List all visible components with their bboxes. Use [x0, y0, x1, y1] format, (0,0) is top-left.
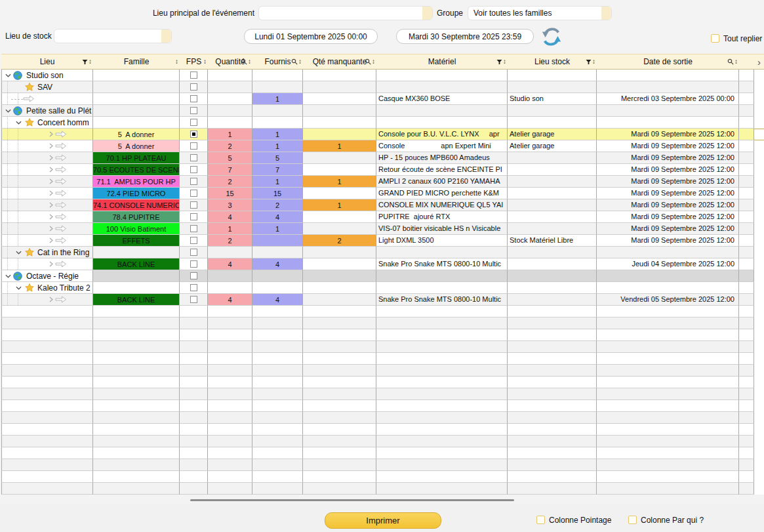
table-row[interactable]	[1, 471, 764, 483]
table-row[interactable]: 1Casque MX360 BOSEStudio sonMercredi 03 …	[1, 93, 764, 105]
table-row[interactable]	[1, 483, 764, 495]
chevron-right-icon[interactable]	[49, 167, 53, 173]
chevron-right-icon[interactable]	[49, 202, 53, 208]
fps-checkbox[interactable]	[190, 201, 197, 209]
fps-checkbox[interactable]	[190, 178, 197, 185]
table-row[interactable]: BACK LINE44Snake Pro Snake MTS 0800-10 M…	[1, 258, 764, 270]
chevron-right-icon[interactable]	[49, 237, 53, 243]
column-header-Lieu[interactable]: Lieu↕	[1, 54, 93, 69]
sort-icon[interactable]: ↕	[372, 58, 375, 65]
lieu-principal-input[interactable]	[263, 7, 420, 20]
table-row[interactable]: Kaleo Tribute 2	[1, 282, 764, 294]
scroll-right-arrow[interactable]: ›	[754, 54, 764, 69]
colonne-parqui-checkbox[interactable]	[628, 516, 637, 524]
sort-icon[interactable]: ↕	[248, 58, 251, 65]
table-row[interactable]: Petite salle du Plét	[1, 105, 764, 117]
chevron-right-icon[interactable]	[49, 131, 53, 137]
lieu-stock-input[interactable]	[58, 30, 159, 43]
fps-checkbox[interactable]	[190, 284, 197, 291]
column-header-extra[interactable]	[739, 54, 754, 69]
sort-icon[interactable]: ↕	[203, 58, 207, 65]
chevron-right-icon[interactable]	[49, 261, 53, 267]
groupe-combo[interactable]: Voir toutes les familles	[468, 6, 612, 20]
table-row[interactable]	[1, 412, 764, 424]
chevron-down-icon[interactable]	[5, 274, 11, 279]
fps-checkbox[interactable]	[190, 260, 197, 268]
table-row[interactable]: 70.5 ECOUTES DE SCENE77Retour écoute de …	[1, 164, 764, 176]
table-row[interactable]	[1, 436, 764, 447]
table-row[interactable]: EFFETS22Light DXML 3500Stock Matériel Li…	[1, 235, 764, 247]
chevron-down-icon[interactable]	[5, 108, 11, 113]
table-row[interactable]: 5 A donner11Console pour B.U. V.L.C. LYN…	[1, 129, 764, 140]
table-row[interactable]: 70.1 HP PLATEAU55HP - 15 pouces MPB600 A…	[1, 152, 764, 164]
fps-checkbox[interactable]	[190, 237, 197, 244]
table-row[interactable]: BACK LINE44Snake Pro Snake MTS 0800-10 M…	[1, 294, 764, 306]
table-row[interactable]	[1, 317, 764, 329]
chevron-down-icon[interactable]	[16, 250, 22, 255]
column-header-Quantité[interactable]: Quantité↕	[208, 54, 252, 69]
table-row[interactable]: Octave - Régie	[1, 270, 764, 282]
table-row[interactable]	[1, 306, 764, 317]
table-row[interactable]: 74.1 CONSOLE NUMERIC321CONSOLE MIX NUMER…	[1, 199, 764, 211]
column-header-FPS[interactable]: FPS↕	[180, 54, 208, 69]
chevron-right-icon[interactable]	[49, 214, 53, 220]
fps-checkbox[interactable]	[190, 95, 197, 102]
colonne-pointage-checkbox[interactable]	[536, 516, 545, 524]
column-header-Date de sortie[interactable]: Date de sortie↕	[597, 54, 739, 69]
fps-checkbox[interactable]	[190, 142, 197, 150]
table-row[interactable]	[1, 341, 764, 353]
column-header-Matériel[interactable]: Matériel↕	[376, 54, 508, 69]
column-header-Famille[interactable]: Famille↕	[93, 54, 180, 69]
table-row[interactable]	[1, 447, 764, 459]
horizontal-scrollbar[interactable]	[190, 499, 514, 501]
chevron-right-icon[interactable]	[49, 143, 53, 149]
chevron-right-icon[interactable]	[49, 155, 53, 161]
fps-checkbox[interactable]	[190, 249, 197, 256]
print-button[interactable]: Imprimer	[325, 512, 441, 529]
table-row[interactable]	[1, 377, 764, 388]
refresh-icon[interactable]	[540, 26, 563, 51]
table-row[interactable]	[1, 459, 764, 471]
table-row[interactable]	[1, 424, 764, 436]
fps-checkbox[interactable]	[190, 83, 197, 91]
column-header-Fournis[interactable]: Fournis↕	[252, 54, 303, 69]
sort-icon[interactable]: ↕	[89, 58, 92, 65]
table-row[interactable]: 71.1 AMPLIS POUR HP211AMPLI 2 canaux 600…	[1, 176, 764, 188]
chevron-right-icon[interactable]	[49, 226, 53, 232]
chevron-right-icon[interactable]	[49, 190, 53, 196]
fps-checkbox[interactable]	[190, 131, 197, 138]
table-row[interactable]: SAV	[1, 81, 764, 93]
fps-checkbox[interactable]	[190, 213, 197, 220]
date-end-button[interactable]: Mardi 30 Septembre 2025 23:59	[396, 29, 534, 44]
sort-icon[interactable]: ↕	[503, 58, 506, 65]
fps-checkbox[interactable]	[190, 154, 197, 161]
sort-icon[interactable]: ↕	[175, 58, 178, 65]
column-header-Qté manquante[interactable]: Qté manquante↕	[303, 54, 376, 69]
table-row[interactable]	[1, 353, 764, 365]
table-row[interactable]: 72.4 PIED MICRO1515GRAND PIED MICRO perc…	[1, 188, 764, 199]
table-row[interactable]: Concert homm	[1, 117, 764, 129]
chevron-down-icon[interactable]	[5, 73, 11, 78]
fps-checkbox[interactable]	[190, 190, 197, 197]
table-row[interactable]	[1, 365, 764, 377]
chevron-right-icon[interactable]	[49, 178, 53, 184]
chevron-down-icon[interactable]	[16, 120, 22, 125]
fps-checkbox[interactable]	[190, 272, 197, 279]
table-row[interactable]: Studio son	[1, 70, 764, 81]
table-row[interactable]: 100 Visio Batiment11VIS-07 boitier visic…	[1, 223, 764, 235]
tout-replier-checkbox[interactable]	[711, 34, 719, 43]
fps-checkbox[interactable]	[190, 225, 197, 232]
sort-icon[interactable]: ↕	[298, 58, 302, 65]
table-row[interactable]: 78.4 PUPITRE44PUPITRE ajouré RTXMardi 09…	[1, 211, 764, 223]
fps-checkbox[interactable]	[190, 119, 197, 126]
table-row[interactable]: 5 A donner211Console apn Expert MiniAtel…	[1, 140, 764, 152]
fps-checkbox[interactable]	[190, 107, 197, 114]
sort-icon[interactable]: ↕	[592, 58, 595, 65]
table-row[interactable]	[1, 400, 764, 412]
sort-icon[interactable]: ↕	[734, 58, 738, 65]
chevron-right-icon[interactable]	[49, 297, 53, 302]
column-header-Lieu stock[interactable]: Lieu stock↕	[508, 54, 597, 69]
fps-checkbox[interactable]	[190, 296, 197, 303]
table-row[interactable]	[1, 388, 764, 400]
fps-checkbox[interactable]	[190, 72, 197, 79]
